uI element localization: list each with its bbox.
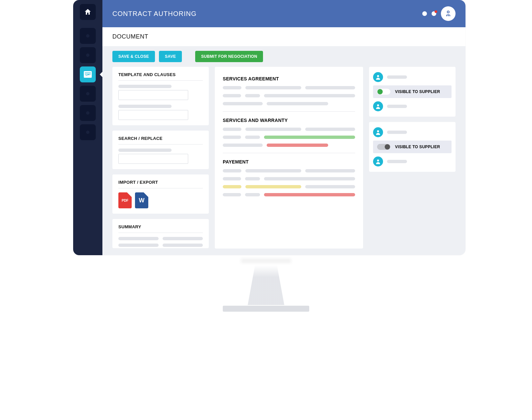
svg-rect-0: [84, 71, 92, 78]
page-title: CONTRACT AUTHORING: [112, 10, 197, 18]
template-clauses-title: TEMPLATE AND CLAUSES: [118, 72, 203, 81]
main-area: CONTRACT AUTHORING DOCUMENT SAVE & CLOSE…: [102, 0, 466, 255]
export-word-button[interactable]: W: [135, 192, 148, 208]
export-pdf-button[interactable]: PDF: [118, 192, 132, 208]
app-window: CONTRACT AUTHORING DOCUMENT SAVE & CLOSE…: [73, 0, 466, 255]
svg-point-4: [377, 75, 379, 77]
topbar: CONTRACT AUTHORING: [102, 0, 466, 27]
visibility-toggle-row: VISIBLE TO SUPPLIER: [373, 85, 452, 98]
user-avatar[interactable]: [441, 6, 456, 21]
person-name: [387, 131, 407, 134]
person-row[interactable]: [373, 155, 452, 168]
action-toolbar: SAVE & CLOSE SAVE SUBMIT FOR NEGOCIATION: [102, 46, 466, 67]
home-icon: [84, 8, 92, 16]
sidebar-nav: [73, 0, 102, 255]
search-replace-panel: SEARCH / REPLACE: [112, 131, 209, 169]
workspace: TEMPLATE AND CLAUSES SEARCH / REPLACE I: [102, 67, 466, 255]
document-editor[interactable]: SERVICES AGREEMENT SERVICES AND WARRANTY…: [215, 67, 363, 249]
toggle-label: VISIBLE TO SUPPLIER: [395, 89, 440, 94]
nav-item-6[interactable]: [80, 124, 96, 140]
person-avatar-icon: [373, 101, 383, 111]
person-row[interactable]: [373, 100, 452, 113]
word-icon-label: W: [139, 197, 145, 204]
summary-item: [163, 237, 203, 240]
left-column: TEMPLATE AND CLAUSES SEARCH / REPLACE I: [112, 67, 209, 249]
participants-panel-2: VISIBLE TO SUPPLIER: [369, 122, 456, 172]
template-clauses-panel: TEMPLATE AND CLAUSES: [112, 67, 209, 125]
svg-point-3: [447, 11, 449, 13]
toggle-label: VISIBLE TO SUPPLIER: [395, 145, 440, 149]
save-button[interactable]: SAVE: [159, 51, 182, 62]
status-indicator-icon[interactable]: [422, 11, 427, 16]
doc-section-heading: PAYEMENT: [223, 159, 355, 164]
nav-item-2[interactable]: [80, 47, 96, 63]
doc-section-heading: SERVICES AGREEMENT: [223, 76, 355, 81]
import-export-title: IMPORT / EXPORT: [118, 180, 203, 188]
person-name: [387, 160, 407, 163]
template-input-2[interactable]: [118, 110, 188, 120]
person-name: [387, 105, 407, 108]
pdf-icon-label: PDF: [122, 199, 128, 202]
person-avatar-icon: [373, 157, 383, 166]
save-close-button[interactable]: SAVE & CLOSE: [112, 51, 155, 62]
nav-document[interactable]: [80, 66, 96, 82]
import-export-panel: IMPORT / EXPORT PDF W: [112, 174, 209, 214]
summary-panel: SUMMARY: [112, 219, 209, 248]
section-title: DOCUMENT: [102, 27, 466, 46]
person-name: [387, 75, 407, 79]
right-column: VISIBLE TO SUPPLIER: [369, 67, 456, 249]
visibility-toggle-row: VISIBLE TO SUPPLIER: [373, 141, 452, 153]
field-label: [118, 149, 172, 152]
participants-panel-1: VISIBLE TO SUPPLIER: [369, 67, 456, 117]
nav-item-1[interactable]: [80, 28, 96, 44]
person-avatar-icon: [373, 72, 383, 82]
summary-item: [163, 244, 203, 247]
visible-to-supplier-toggle[interactable]: [377, 89, 390, 95]
document-icon: [83, 71, 92, 78]
person-row[interactable]: [373, 126, 452, 139]
doc-section-heading: SERVICES AND WARRANTY: [223, 118, 355, 123]
notification-icon[interactable]: [432, 11, 436, 16]
person-avatar-icon: [373, 127, 383, 137]
person-icon: [444, 10, 452, 18]
visible-to-supplier-toggle[interactable]: [377, 144, 390, 150]
submit-negotiation-button[interactable]: SUBMIT FOR NEGOCIATION: [195, 51, 263, 62]
search-replace-title: SEARCH / REPLACE: [118, 136, 203, 145]
search-input[interactable]: [118, 154, 188, 164]
svg-point-7: [377, 159, 379, 161]
summary-title: SUMMARY: [118, 224, 203, 233]
summary-item: [118, 237, 159, 240]
template-input-1[interactable]: [118, 90, 188, 100]
person-row[interactable]: [373, 71, 452, 83]
monitor-stand: [238, 255, 294, 315]
field-label: [118, 85, 172, 88]
summary-item: [118, 244, 159, 247]
field-label: [118, 105, 172, 108]
svg-point-5: [377, 104, 379, 106]
nav-home[interactable]: [80, 4, 96, 20]
svg-point-6: [377, 130, 379, 132]
nav-item-5[interactable]: [80, 105, 96, 121]
nav-item-4[interactable]: [80, 86, 96, 102]
